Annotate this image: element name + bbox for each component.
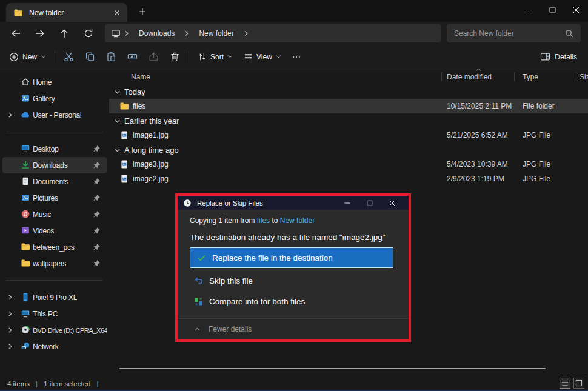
column-header-date-modified[interactable]: Date modified <box>441 73 514 81</box>
chevron-right-icon[interactable] <box>7 343 13 350</box>
breadcrumb-downloads[interactable]: Downloads <box>133 29 181 38</box>
search-icon <box>565 29 573 38</box>
group-label: A long time ago <box>124 145 179 155</box>
home-icon <box>21 77 30 87</box>
this-pc-icon <box>111 28 121 38</box>
sort-ascending-icon <box>476 68 481 72</box>
back-icon[interactable] <box>4 24 28 43</box>
sidebar-item-home[interactable]: Home <box>2 74 107 90</box>
source-link[interactable]: files <box>257 216 270 225</box>
window-controls <box>517 0 588 19</box>
chevron-right-icon <box>240 30 252 36</box>
rename-icon[interactable] <box>122 47 143 67</box>
sidebar-item-pixel-9-pro-xl[interactable]: Pixel 9 Pro XL <box>2 289 107 306</box>
replace-file-button[interactable]: Replace the file in the destination <box>190 247 393 268</box>
pin-icon <box>93 227 101 235</box>
dialog-minimize-icon[interactable] <box>336 196 358 210</box>
group-header-today[interactable]: Today <box>109 84 588 99</box>
details-view-icon[interactable] <box>560 378 570 389</box>
sidebar-item-gallery[interactable]: Gallery <box>2 90 107 107</box>
column-header-size[interactable]: Size <box>576 73 588 81</box>
file-date: 2/9/2023 1:19 PM <box>441 175 514 183</box>
tab-new-folder[interactable]: New folder <box>6 3 127 22</box>
dialog-title-bar: Replace or Skip Files <box>178 196 409 210</box>
pin-icon <box>93 145 101 153</box>
dialog-close-icon[interactable] <box>381 196 403 210</box>
file-row-image3[interactable]: image3.jpg 5/4/2023 10:39 AM JPG File <box>109 157 588 172</box>
sidebar-item-network[interactable]: Network <box>2 338 107 355</box>
file-type: JPG File <box>514 131 576 139</box>
downloads-icon <box>21 160 30 170</box>
sort-button[interactable]: Sort <box>192 47 238 67</box>
skip-file-button[interactable]: Skip this file <box>190 275 396 287</box>
compare-files-button[interactable]: Compare info for both files <box>190 295 396 307</box>
share-icon[interactable] <box>143 47 164 67</box>
file-row-image2[interactable]: image2.jpg 2/9/2023 1:19 PM JPG File <box>109 172 588 186</box>
chevron-right-icon[interactable] <box>7 310 13 317</box>
details-button[interactable]: Details <box>535 47 582 67</box>
sidebar-item-wallpapers[interactable]: wallpapers <box>2 255 107 272</box>
chevron-down-icon[interactable] <box>114 118 121 124</box>
file-row-files[interactable]: files 10/15/2025 2:11 PM File folder <box>109 99 588 113</box>
copy-icon[interactable] <box>79 47 101 67</box>
destination-link[interactable]: New folder <box>280 216 315 225</box>
sidebar-item-dvd-drive[interactable]: DVD Drive (D:) CPRA_X64FRE_ <box>2 322 107 338</box>
tab-close-icon[interactable] <box>110 6 124 19</box>
sidebar-item-documents[interactable]: Documents <box>2 173 107 190</box>
address-bar[interactable]: Downloads New folder <box>105 24 441 42</box>
file-date: 5/4/2023 10:39 AM <box>441 160 514 169</box>
close-icon[interactable] <box>564 0 588 19</box>
minimize-icon[interactable] <box>517 0 541 19</box>
chevron-down-icon[interactable] <box>114 147 121 153</box>
sidebar-item-between-pcs[interactable]: between_pcs <box>2 239 107 255</box>
horizontal-scrollbar[interactable] <box>119 368 546 369</box>
chevron-right-icon[interactable] <box>7 327 13 333</box>
maximize-icon[interactable] <box>541 0 564 19</box>
dialog-controls <box>336 196 403 210</box>
sidebar-divider <box>6 280 103 281</box>
fewer-details-button[interactable]: Fewer details <box>178 318 409 339</box>
group-header-a-long-time-ago[interactable]: A long time ago <box>109 142 588 157</box>
new-button[interactable]: New <box>4 47 52 67</box>
refresh-icon[interactable] <box>76 24 101 43</box>
delete-icon[interactable] <box>164 47 185 67</box>
up-icon[interactable] <box>52 24 76 43</box>
file-name: image1.jpg <box>133 131 169 139</box>
breadcrumb-new-folder[interactable]: New folder <box>193 29 239 38</box>
sidebar-item-music[interactable]: Music <box>2 206 107 222</box>
file-row-image1[interactable]: image1.jpg 5/21/2025 6:52 AM JPG File <box>109 128 588 142</box>
chevron-right-icon[interactable] <box>7 112 13 118</box>
pictures-icon <box>21 193 30 202</box>
column-header-type[interactable]: Type <box>514 73 576 81</box>
dialog-maximize-icon[interactable] <box>358 196 381 210</box>
tab-bar: New folder <box>0 0 588 22</box>
chevron-right-icon[interactable] <box>7 294 13 301</box>
sidebar-item-user-personal[interactable]: User - Personal <box>2 107 107 123</box>
search-input[interactable]: Search New folder <box>447 24 581 42</box>
sidebar-item-downloads[interactable]: Downloads <box>2 157 107 173</box>
navigation-bar: Downloads New folder Search New folder <box>0 22 588 45</box>
column-headers: Name Date modified Type Size <box>109 69 588 84</box>
copy-dialog-icon <box>183 199 192 207</box>
documents-icon <box>21 176 30 186</box>
column-header-name[interactable]: Name <box>109 73 441 81</box>
cut-icon[interactable] <box>58 47 79 67</box>
plus-circle-icon <box>9 52 19 62</box>
sidebar-item-videos[interactable]: Videos <box>2 222 107 239</box>
chevron-down-icon[interactable] <box>114 89 121 95</box>
new-tab-button[interactable] <box>133 2 152 21</box>
replace-or-skip-dialog: Replace or Skip Files Copying 1 item fro… <box>175 193 411 342</box>
group-header-earlier-this-year[interactable]: Earlier this year <box>109 113 588 128</box>
sidebar-item-pictures[interactable]: Pictures <box>2 190 107 206</box>
music-icon <box>21 209 30 219</box>
sidebar-item-this-pc[interactable]: This PC <box>2 306 107 322</box>
more-options-icon[interactable] <box>287 47 306 67</box>
large-icons-view-icon[interactable] <box>573 378 584 389</box>
paste-icon[interactable] <box>101 47 122 67</box>
toolbar-separator <box>189 51 189 63</box>
copy-summary: Copying 1 item from files to New folder <box>190 216 396 225</box>
view-button[interactable]: View <box>238 47 287 67</box>
pin-icon <box>93 259 101 267</box>
sidebar-item-desktop[interactable]: Desktop <box>2 141 107 157</box>
forward-icon[interactable] <box>28 24 52 43</box>
